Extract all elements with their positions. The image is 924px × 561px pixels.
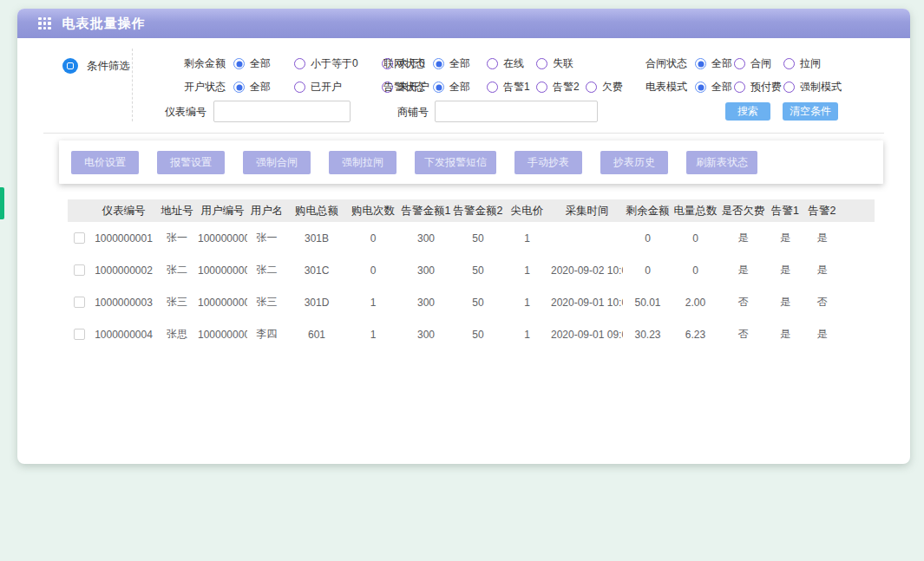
table-cell: 1000000003 (198, 297, 247, 309)
radio-option-label: 全部 (449, 80, 470, 95)
table-cell: 300 (399, 329, 453, 341)
table-cell: 是 (768, 263, 803, 277)
radio-selected-icon[interactable] (233, 82, 245, 93)
toolbar-button[interactable]: 刷新表状态 (686, 151, 757, 174)
radio-selected-icon[interactable] (433, 58, 444, 69)
table-cell: 张一 (156, 231, 198, 245)
radio-option[interactable]: 失联 (536, 56, 586, 71)
search-button[interactable]: 搜索 (725, 102, 770, 121)
toolbar-button[interactable]: 下发报警短信 (415, 151, 496, 174)
radio-selected-icon[interactable] (695, 58, 706, 69)
radio-option[interactable]: 拉闸 (783, 56, 855, 71)
shop-number-label: 商铺号 (392, 105, 429, 120)
table-cell: 是 (803, 231, 842, 245)
toolbar-button[interactable]: 抄表历史 (600, 151, 668, 174)
radio-option[interactable]: 在线 (487, 56, 536, 71)
radio-option-label: 全部 (250, 80, 271, 95)
table-header-cell: 用户编号 (198, 204, 247, 219)
section-divider (43, 133, 884, 134)
toolbar-button[interactable]: 强制合闸 (243, 151, 311, 174)
table-cell: 0 (623, 264, 672, 277)
radio-icon[interactable] (536, 58, 547, 69)
table-cell: 李四 (247, 327, 286, 342)
filter-input-row: 仪表编号 商铺号 搜索 清空条件 (17, 101, 910, 123)
radio-option[interactable]: 欠费 (586, 80, 636, 95)
radio-option[interactable]: 全部 (433, 80, 487, 95)
radio-option[interactable]: 全部 (233, 80, 294, 95)
table-cell: 否 (803, 295, 842, 310)
table-cell: 是 (768, 327, 803, 342)
table-cell: 50 (453, 297, 503, 309)
meter-number-input[interactable] (213, 101, 351, 122)
table-header-cell: 剩余金额 (623, 204, 672, 219)
table-cell: 0 (347, 232, 399, 245)
table-header-cell: 地址号 (156, 204, 198, 219)
radio-selected-icon[interactable] (433, 82, 444, 93)
table-header-cell: 告警1 (768, 204, 803, 219)
table-cell: 是 (803, 327, 842, 342)
grid-menu-icon[interactable] (38, 17, 51, 30)
table-cell: 0 (672, 232, 718, 245)
page-background: { "header": { "title": "电表批量操作" }, "filt… (0, 0, 924, 561)
radio-icon[interactable] (294, 82, 305, 93)
toolbar-button[interactable]: 电价设置 (71, 151, 139, 174)
table-cell: 300 (399, 232, 453, 245)
meter-table: 仪表编号地址号用户编号用户名购电总额购电次数告警金额1告警金额2尖电价采集时间剩… (68, 199, 875, 350)
row-checkbox[interactable] (74, 329, 85, 340)
shop-number-input[interactable] (435, 101, 598, 122)
radio-selected-icon[interactable] (233, 58, 245, 69)
radio-option-label: 强制模式 (800, 80, 842, 95)
radio-option-label: 全部 (250, 56, 271, 71)
table-cell: 1000000004 (91, 329, 156, 341)
table-row: 1000000004张思1000000004李四60113005012020-0… (68, 318, 875, 350)
toolbar-button[interactable]: 强制拉闸 (329, 151, 396, 174)
radio-icon[interactable] (487, 82, 498, 93)
table-cell: 50 (453, 329, 503, 341)
clear-conditions-button[interactable]: 清空条件 (783, 102, 838, 121)
filter-group-label: 告警状态 (382, 80, 425, 95)
radio-option[interactable]: 告警1 (487, 80, 536, 95)
radio-option[interactable]: 全部 (695, 56, 734, 71)
toolbar-button[interactable]: 手动抄表 (514, 151, 582, 174)
filter-group-label: 剩余金额 (182, 56, 226, 71)
table-cell: 1000000001 (91, 232, 156, 245)
table-cell: 1000000002 (198, 264, 247, 277)
radio-option[interactable]: 预付费 (734, 80, 783, 95)
table-cell: 是 (718, 231, 768, 245)
radio-icon[interactable] (734, 58, 745, 69)
radio-option-label: 告警2 (553, 80, 580, 95)
radio-option-label: 在线 (503, 56, 524, 71)
radio-option[interactable]: 全部 (433, 56, 487, 71)
radio-option-label: 全部 (711, 80, 732, 95)
radio-icon[interactable] (294, 58, 305, 69)
radio-icon[interactable] (536, 82, 547, 93)
filter-group: 电表模式全部预付费强制模式 (644, 75, 855, 99)
radio-option-label: 预付费 (750, 80, 782, 95)
radio-option-label: 拉闸 (800, 56, 821, 71)
radio-option[interactable]: 全部 (233, 56, 294, 71)
radio-option[interactable]: 已开户 (294, 80, 382, 95)
radio-option[interactable]: 合闸 (734, 56, 783, 71)
radio-option[interactable]: 强制模式 (783, 80, 855, 95)
table-cell: 301B (286, 232, 347, 245)
radio-selected-icon[interactable] (695, 82, 706, 93)
row-checkbox[interactable] (74, 297, 85, 308)
row-checkbox[interactable] (74, 232, 85, 244)
table-cell: 2020-09-01 09:00 (551, 329, 623, 341)
table-header-cell: 尖电价 (503, 204, 551, 219)
checkbox-cell (68, 232, 91, 244)
radio-icon[interactable] (586, 82, 597, 93)
table-cell: 张二 (247, 263, 286, 277)
radio-option[interactable]: 小于等于0 (294, 56, 382, 71)
radio-option[interactable]: 告警2 (536, 80, 586, 95)
radio-icon[interactable] (783, 82, 795, 93)
filter-column: 合闸状态全部合闸拉闸电表模式全部预付费强制模式 (644, 52, 855, 99)
left-edge-accent (0, 187, 4, 219)
radio-icon[interactable] (487, 58, 498, 69)
row-checkbox[interactable] (74, 264, 85, 276)
radio-icon[interactable] (734, 82, 745, 93)
radio-option[interactable]: 全部 (695, 80, 734, 95)
toolbar-button[interactable]: 报警设置 (157, 151, 225, 174)
radio-option-label: 已开户 (311, 80, 342, 95)
radio-icon[interactable] (783, 58, 795, 69)
